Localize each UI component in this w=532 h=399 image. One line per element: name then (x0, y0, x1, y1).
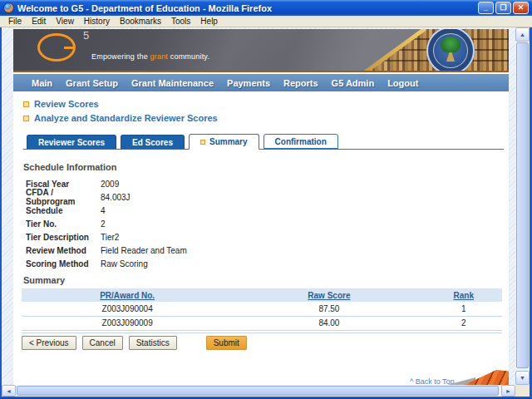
horizontal-scrollbar[interactable]: ◄ ► (2, 385, 515, 397)
horizontal-scrollbar-thumb[interactable] (17, 386, 499, 396)
corner-artwork (447, 370, 509, 385)
field-label: Tier No. (26, 219, 101, 229)
tab-ed-scores[interactable]: Ed Scores (121, 135, 185, 149)
minimize-button[interactable]: _ (478, 2, 494, 14)
window-title: Welcome to G5 - Department of Education … (17, 3, 272, 13)
tab-summary[interactable]: Summary (189, 134, 259, 150)
nav-grant-maintenance[interactable]: Grant Maintenance (131, 78, 214, 88)
nav-payments[interactable]: Payments (227, 78, 270, 88)
cell-rank: 1 (426, 302, 503, 316)
column-header-label[interactable]: PR/Award No. (100, 291, 155, 300)
cell-rank: 2 (426, 316, 503, 330)
g5-banner: G 5 Empowering the grant community. (13, 29, 509, 72)
browser-viewport: G 5 Empowering the grant community. Main… (2, 27, 515, 385)
menu-history[interactable]: History (79, 17, 115, 26)
menu-bar: File Edit View History Bookmarks Tools H… (0, 16, 532, 27)
g5-logo-icon: G (37, 33, 76, 62)
maximize-button[interactable]: ❐ (495, 2, 511, 14)
window-border (0, 27, 2, 397)
menu-help[interactable]: Help (195, 17, 223, 26)
field-value: 84.003J (101, 193, 131, 202)
field-tier-description: Tier Description Tier2 (26, 230, 187, 244)
field-value: 2009 (101, 180, 119, 189)
menu-tools[interactable]: Tools (166, 17, 195, 26)
vertical-scrollbar-thumb[interactable] (516, 42, 529, 368)
cell-pr-award-no: Z003J090009 (22, 316, 233, 330)
menu-view[interactable]: View (51, 17, 79, 26)
scroll-down-icon[interactable]: ▼ (515, 371, 530, 385)
department-of-education-seal-icon (426, 29, 475, 72)
summary-table: PR/Award No. Raw Score Rank Z003J090004 … (22, 288, 502, 333)
column-header-label[interactable]: Rank (454, 291, 474, 300)
tab-bullet-icon (200, 140, 205, 145)
field-label: Fiscal Year (26, 180, 101, 189)
g5-logo-5: 5 (83, 29, 89, 42)
bullet-icon (23, 116, 29, 121)
scroll-up-icon[interactable]: ▲ (515, 27, 530, 42)
nav-reports[interactable]: Reports (283, 78, 318, 88)
column-header-rank[interactable]: Rank (426, 288, 503, 302)
table-bottom-rule (22, 332, 502, 333)
tab-reviewer-scores[interactable]: Reviewer Scores (27, 135, 116, 149)
page-subtitle: Analyze and Standardize Reviewer Scores (34, 113, 218, 123)
scroll-right-icon[interactable]: ► (501, 385, 515, 397)
field-label: CFDA / Subprogram (26, 188, 101, 206)
breadcrumb-review-scores: Review Scores (23, 99, 99, 109)
statistics-button[interactable]: Statistics (129, 336, 177, 350)
field-value: 2 (101, 219, 106, 229)
scrollbar-corner (515, 385, 530, 397)
close-button[interactable]: ✕ (513, 2, 529, 14)
previous-button[interactable]: < Previous (22, 336, 76, 350)
tab-confirmation[interactable]: Confirmation (264, 134, 338, 149)
field-label: Scoring Method (26, 259, 101, 268)
tab-bar: Reviewer Scores Ed Scores Summary Confir… (27, 135, 342, 149)
field-cfda-subprogram: CFDA / Subprogram 84.003J (26, 190, 187, 204)
nav-logout[interactable]: Logout (387, 78, 418, 88)
cancel-button[interactable]: Cancel (82, 336, 123, 350)
schedule-information-title: Schedule Information (23, 162, 116, 172)
column-header-raw-score[interactable]: Raw Score (233, 288, 425, 302)
title-bar: Welcome to G5 - Department of Education … (0, 0, 532, 16)
cell-raw-score: 87.50 (233, 302, 425, 316)
tagline-suffix: community. (168, 52, 209, 61)
tab-divider (23, 149, 504, 150)
field-review-method: Review Method Field Reader and Team (26, 244, 187, 257)
submit-button[interactable]: Submit (206, 336, 247, 350)
field-tier-no: Tier No. 2 (26, 217, 187, 230)
banner-tagline: Empowering the grant community. (91, 52, 209, 61)
g5-page: G 5 Empowering the grant community. Main… (13, 29, 509, 385)
nav-grant-setup[interactable]: Grant Setup (66, 78, 118, 88)
nav-g5-admin[interactable]: G5 Admin (332, 78, 375, 88)
firefox-icon (3, 2, 14, 13)
browser-window: Welcome to G5 - Department of Education … (0, 0, 532, 399)
schedule-fields: Fiscal Year 2009 CFDA / Subprogram 84.00… (26, 177, 187, 270)
table-row: Z003J090009 84.00 2 (22, 316, 502, 330)
scroll-left-icon[interactable]: ◄ (2, 385, 16, 397)
tagline-highlight: grant (150, 52, 169, 61)
nav-main[interactable]: Main (32, 78, 52, 88)
bullet-icon (23, 101, 29, 107)
column-header-label[interactable]: Raw Score (308, 291, 350, 300)
field-scoring-method: Scoring Method Raw Scoring (26, 257, 187, 270)
field-schedule: Schedule 4 (26, 204, 187, 217)
table-row: Z003J090004 87.50 1 (22, 302, 502, 316)
cell-raw-score: 84.00 (233, 316, 425, 330)
tab-summary-label: Summary (209, 137, 248, 146)
menu-bookmarks[interactable]: Bookmarks (115, 17, 166, 26)
main-nav: Main Grant Setup Grant Maintenance Payme… (13, 74, 509, 91)
menu-edit[interactable]: Edit (27, 17, 51, 26)
summary-title: Summary (23, 275, 65, 285)
bookshelf-photo (363, 29, 509, 72)
banner-gold-band (364, 29, 426, 72)
column-header-pr-award-no[interactable]: PR/Award No. (22, 288, 233, 302)
field-value: Tier2 (101, 233, 119, 242)
tagline-prefix: Empowering the (91, 52, 150, 61)
action-buttons: < Previous Cancel Statistics Submit (22, 336, 253, 350)
field-value: Raw Scoring (101, 259, 148, 268)
field-label: Schedule (26, 206, 101, 215)
menu-file[interactable]: File (3, 17, 27, 26)
breadcrumb-analyze-standardize: Analyze and Standardize Reviewer Scores (23, 113, 218, 123)
table-header-row: PR/Award No. Raw Score Rank (22, 288, 502, 302)
vertical-scrollbar[interactable]: ▲ ▼ (515, 27, 530, 385)
page-title: Review Scores (34, 99, 99, 109)
